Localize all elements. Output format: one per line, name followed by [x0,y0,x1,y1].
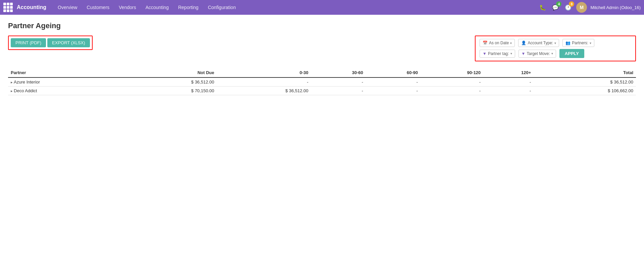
chevron-down-icon: ▾ [510,41,512,45]
table-header-row: Partner Not Due 0-30 30-60 60-90 90-120 … [8,68,636,77]
user-avatar[interactable]: M [576,2,587,13]
nav-menu: Overview Customers Vendors Accounting Re… [53,0,538,15]
messages-badge: 4 [556,1,561,7]
cell-60-90: - [366,87,420,95]
cell-0-30: $ 36,512.00 [217,87,311,95]
nav-reporting[interactable]: Reporting [174,0,203,15]
cell-partner[interactable]: Deco Addict [8,87,123,95]
partners-icon: 👥 [565,41,571,45]
print-pdf-button[interactable]: PRINT (PDF) [11,38,46,47]
chevron-down-icon2: ▾ [554,41,556,45]
export-xlsx-button[interactable]: EXPORT (XLSX) [47,38,90,47]
calendar-icon: 📅 [483,41,488,45]
page-content: Partner Ageing PRINT (PDF) EXPORT (XLSX)… [0,15,644,273]
cell-30-60: - [311,77,366,87]
target-move-icon: ▼ [522,51,526,56]
page-title: Partner Ageing [8,21,636,30]
table-row: Azure Interior $ 36,512.00 - - - - - $ 3… [8,77,636,87]
nav-right-section: 🐛 💬 4 🕐 8 M Mitchell Admin (Odoo_16) [538,2,641,13]
cell-partner[interactable]: Azure Interior [8,77,123,87]
nav-accounting[interactable]: Accounting [141,0,173,15]
nav-customers[interactable]: Customers [82,0,114,15]
cell-30-60: - [311,87,366,95]
clock-icon[interactable]: 🕐 8 [563,3,573,12]
col-header-120plus: 120+ [483,68,534,77]
user-name[interactable]: Mitchell Admin (Odoo_16) [590,5,641,10]
cell-0-30: - [217,77,311,87]
chevron-down-icon5: ▾ [551,52,553,55]
partner-tag-filter[interactable]: ▼ Partner tag: ▾ [480,50,515,58]
col-header-90-120: 90-120 [420,68,483,77]
cell-total: $ 36,512.00 [534,77,636,87]
cell-120plus: - [483,87,534,95]
ageing-table: Partner Not Due 0-30 30-60 60-90 90-120 … [8,68,636,95]
clock-badge: 8 [569,1,574,7]
messages-icon[interactable]: 💬 4 [551,3,560,12]
toolbar-row: PRINT (PDF) EXPORT (XLSX) 📅 As on Date ▾… [8,36,636,61]
toolbar-left: PRINT (PDF) EXPORT (XLSX) [8,36,93,50]
filter-icon: ▼ [483,51,487,56]
filters-panel: 📅 As on Date ▾ 👤 Account Type: ▾ 👥 Partn… [475,36,636,61]
table-row: Deco Addict $ 70,150.00 $ 36,512.00 - - … [8,87,636,95]
chevron-down-icon4: ▾ [510,52,512,55]
chevron-down-icon3: ▾ [590,41,591,45]
as-on-date-filter[interactable]: 📅 As on Date ▾ [480,39,515,47]
col-header-60-90: 60-90 [366,68,420,77]
cell-60-90: - [366,77,420,87]
col-header-total: Total [534,68,636,77]
top-navigation: Accounting Overview Customers Vendors Ac… [0,0,644,15]
app-brand: Accounting [17,4,46,10]
cell-120plus: - [483,77,534,87]
cell-total: $ 106,662.00 [534,87,636,95]
cell-90-120: - [420,77,483,87]
cell-not-due: $ 36,512.00 [123,77,217,87]
bug-icon[interactable]: 🐛 [538,3,547,12]
nav-vendors[interactable]: Vendors [114,0,141,15]
account-type-icon: 👤 [521,41,526,45]
cell-90-120: - [420,87,483,95]
partners-filter[interactable]: 👥 Partners: ▾ [562,39,594,47]
apply-button[interactable]: APPLY [559,49,584,58]
col-header-0-30: 0-30 [217,68,311,77]
nav-overview[interactable]: Overview [53,0,82,15]
col-header-30-60: 30-60 [311,68,366,77]
target-move-filter[interactable]: ▼ Target Move: ▾ [518,50,556,58]
nav-configuration[interactable]: Configuration [203,0,240,15]
account-type-filter[interactable]: 👤 Account Type: ▾ [518,39,559,47]
apps-menu-icon[interactable] [3,3,13,12]
col-header-partner: Partner [8,68,123,77]
col-header-not-due: Not Due [123,68,217,77]
cell-not-due: $ 70,150.00 [123,87,217,95]
